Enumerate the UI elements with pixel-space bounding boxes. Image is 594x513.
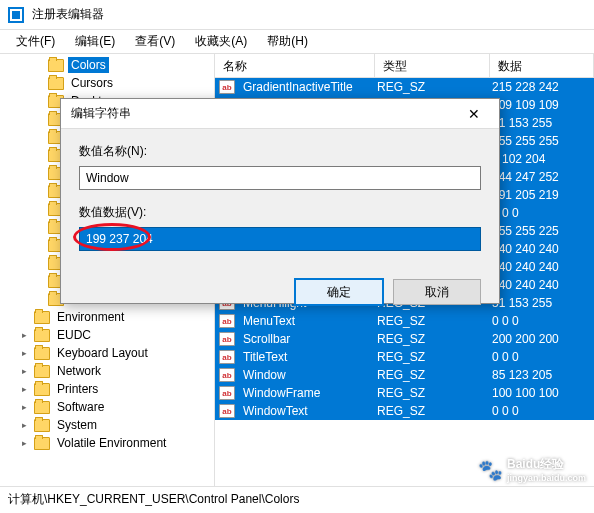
- string-value-icon: ab: [219, 332, 235, 346]
- name-input[interactable]: [79, 166, 481, 190]
- cell-data: 240 240 240: [488, 278, 594, 292]
- cell-data: 255 255 255: [488, 134, 594, 148]
- data-input[interactable]: [79, 227, 481, 251]
- tree-label: Cursors: [68, 75, 116, 91]
- tree-label: Keyboard Layout: [54, 345, 151, 361]
- cell-type: REG_SZ: [373, 80, 488, 94]
- cell-type: REG_SZ: [373, 386, 488, 400]
- dialog-title-bar: 编辑字符串 ✕: [61, 99, 499, 129]
- chevron-icon[interactable]: [32, 275, 44, 287]
- tree-item[interactable]: ▸Network: [0, 362, 214, 380]
- tree-label: EUDC: [54, 327, 94, 343]
- chevron-icon[interactable]: ▸: [18, 347, 30, 359]
- cell-data: 240 240 240: [488, 242, 594, 256]
- chevron-icon[interactable]: [32, 185, 44, 197]
- list-header: 名称 类型 数据: [215, 54, 594, 78]
- tree-label: System: [54, 417, 100, 433]
- menu-view[interactable]: 查看(V): [127, 31, 183, 52]
- title-bar: 注册表编辑器: [0, 0, 594, 30]
- folder-icon: [48, 59, 64, 72]
- string-value-icon: ab: [219, 404, 235, 418]
- menu-file[interactable]: 文件(F): [8, 31, 63, 52]
- chevron-icon[interactable]: [32, 131, 44, 143]
- list-row[interactable]: abWindowTextREG_SZ0 0 0: [215, 402, 594, 420]
- chevron-icon[interactable]: ▸: [18, 383, 30, 395]
- ok-button[interactable]: 确定: [295, 279, 383, 305]
- menu-edit[interactable]: 编辑(E): [67, 31, 123, 52]
- string-value-icon: ab: [219, 350, 235, 364]
- list-row[interactable]: abWindowFrameREG_SZ100 100 100: [215, 384, 594, 402]
- chevron-icon[interactable]: ▸: [18, 365, 30, 377]
- list-row[interactable]: abWindowREG_SZ85 123 205: [215, 366, 594, 384]
- chevron-icon[interactable]: ▸: [18, 437, 30, 449]
- cell-data: 200 200 200: [488, 332, 594, 346]
- list-row[interactable]: abGradientInactiveTitleREG_SZ215 228 242: [215, 78, 594, 96]
- dialog-buttons: 确定 取消: [61, 279, 499, 319]
- cell-data: 109 109 109: [488, 98, 594, 112]
- chevron-icon[interactable]: ▸: [18, 329, 30, 341]
- cell-data: 0 0 0: [488, 206, 594, 220]
- folder-icon: [48, 77, 64, 90]
- tree-item[interactable]: ▸Volatile Environment: [0, 434, 214, 452]
- menu-help[interactable]: 帮助(H): [259, 31, 316, 52]
- col-data[interactable]: 数据: [490, 54, 594, 77]
- col-name[interactable]: 名称: [215, 54, 375, 77]
- chevron-icon[interactable]: [32, 95, 44, 107]
- chevron-icon[interactable]: [18, 311, 30, 323]
- cell-data: 240 240 240: [488, 260, 594, 274]
- tree-item[interactable]: ▸EUDC: [0, 326, 214, 344]
- cell-name: WindowText: [239, 404, 373, 418]
- chevron-icon[interactable]: [32, 293, 44, 305]
- chevron-icon[interactable]: [32, 239, 44, 251]
- string-value-icon: ab: [219, 80, 235, 94]
- folder-icon: [34, 437, 50, 450]
- chevron-icon[interactable]: [32, 149, 44, 161]
- chevron-icon[interactable]: [32, 59, 44, 71]
- status-path: 计算机\HKEY_CURRENT_USER\Control Panel\Colo…: [8, 491, 299, 508]
- chevron-icon[interactable]: [32, 167, 44, 179]
- data-label: 数值数据(V):: [79, 204, 481, 221]
- tree-item[interactable]: Cursors: [0, 74, 214, 92]
- chevron-icon[interactable]: [32, 203, 44, 215]
- string-value-icon: ab: [219, 386, 235, 400]
- cell-type: REG_SZ: [373, 404, 488, 418]
- tree-item[interactable]: ▸Printers: [0, 380, 214, 398]
- tree-item[interactable]: ▸System: [0, 416, 214, 434]
- cell-name: WindowFrame: [239, 386, 373, 400]
- col-type[interactable]: 类型: [375, 54, 490, 77]
- folder-icon: [34, 419, 50, 432]
- list-row[interactable]: abScrollbarREG_SZ200 200 200: [215, 330, 594, 348]
- list-row[interactable]: abTitleTextREG_SZ0 0 0: [215, 348, 594, 366]
- chevron-icon[interactable]: ▸: [18, 401, 30, 413]
- cell-data: 0 0 0: [488, 314, 594, 328]
- folder-icon: [34, 311, 50, 324]
- cell-data: 255 255 225: [488, 224, 594, 238]
- menu-favorites[interactable]: 收藏夹(A): [187, 31, 255, 52]
- chevron-icon[interactable]: [32, 113, 44, 125]
- string-value-icon: ab: [219, 368, 235, 382]
- chevron-icon[interactable]: [32, 257, 44, 269]
- cell-type: REG_SZ: [373, 368, 488, 382]
- cell-data: 51 153 255: [488, 116, 594, 130]
- edit-string-dialog: 编辑字符串 ✕ 数值名称(N): 数值数据(V): 确定 取消: [60, 98, 500, 304]
- tree-item[interactable]: ▸Software: [0, 398, 214, 416]
- folder-icon: [34, 329, 50, 342]
- cell-name: Window: [239, 368, 373, 382]
- close-icon[interactable]: ✕: [459, 99, 489, 129]
- tree-item[interactable]: ▸Keyboard Layout: [0, 344, 214, 362]
- chevron-icon[interactable]: [32, 221, 44, 233]
- tree-label: Volatile Environment: [54, 435, 169, 451]
- cell-data: 215 228 242: [488, 80, 594, 94]
- chevron-icon[interactable]: ▸: [18, 419, 30, 431]
- cell-data: 244 247 252: [488, 170, 594, 184]
- folder-icon: [34, 383, 50, 396]
- chevron-icon[interactable]: [32, 77, 44, 89]
- tree-label: Printers: [54, 381, 101, 397]
- cell-data: 85 123 205: [488, 368, 594, 382]
- cell-data: 0 102 204: [488, 152, 594, 166]
- tree-item[interactable]: Colors: [0, 56, 214, 74]
- cell-name: GradientInactiveTitle: [239, 80, 373, 94]
- cancel-button[interactable]: 取消: [393, 279, 481, 305]
- app-icon: [8, 7, 24, 23]
- cell-data: 0 0 0: [488, 350, 594, 364]
